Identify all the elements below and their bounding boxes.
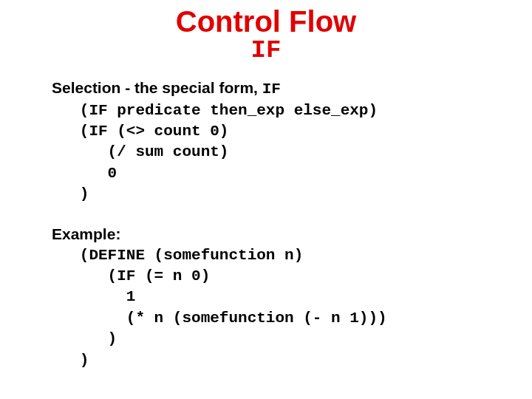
selection-heading-text: Selection - the special form, <box>52 79 262 96</box>
slide-title: Control Flow <box>52 6 480 37</box>
code-line: 0 <box>52 163 480 184</box>
code-line: ) <box>52 350 480 371</box>
code-line: (IF (= n 0) <box>52 266 480 287</box>
code-line: (/ sum count) <box>52 142 480 163</box>
selection-block: Selection - the special form, IF (IF pre… <box>52 78 480 205</box>
example-heading: Example: <box>52 224 480 245</box>
code-line: ) <box>52 329 480 349</box>
code-line: (IF predicate then_exp else_exp) <box>52 100 480 121</box>
selection-heading-code: IF <box>262 81 281 98</box>
code-line: ) <box>52 184 480 205</box>
example-block: Example: (DEFINE (somefunction n) (IF (=… <box>52 224 480 370</box>
code-line: (IF (<> count 0) <box>52 121 480 142</box>
code-line: (DEFINE (somefunction n) <box>52 245 480 266</box>
code-line: (* n (somefunction (- n 1))) <box>52 308 480 329</box>
code-line: 1 <box>52 287 480 307</box>
slide-subtitle: IF <box>52 37 480 64</box>
slide: Control Flow IF Selection - the special … <box>0 0 532 371</box>
selection-heading: Selection - the special form, IF <box>52 78 480 100</box>
